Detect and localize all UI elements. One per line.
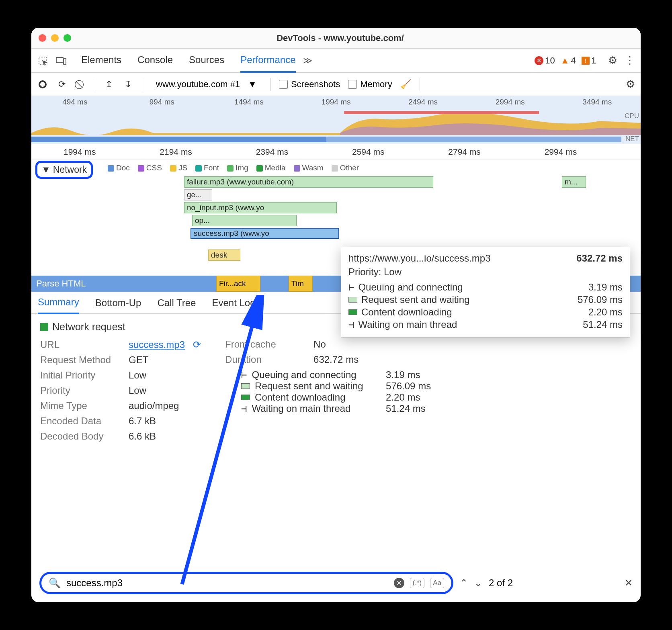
- enc-label: Encoded Data: [40, 415, 121, 427]
- summary-title: Network request: [40, 321, 201, 333]
- method-value: GET: [129, 354, 148, 366]
- memory-checkbox[interactable]: Memory: [348, 79, 392, 90]
- page-select[interactable]: www.youtube.com #1 ▼: [150, 78, 262, 91]
- zoom-icon[interactable]: [64, 34, 71, 42]
- mime-label: Mime Type: [40, 400, 121, 411]
- tooltip-url: https://www.you...io/success.mp3: [348, 253, 490, 264]
- flame-fir[interactable]: Fir...ack: [216, 276, 260, 292]
- error-icon: ✕: [535, 56, 543, 65]
- timeline-ruler[interactable]: 1994 ms2194 ms2394 ms2594 ms2794 ms2994 …: [31, 144, 641, 160]
- request-bar-ge[interactable]: ge...: [184, 189, 212, 200]
- cache-label: From cache: [225, 339, 305, 350]
- device-icon[interactable]: [55, 55, 67, 66]
- warning-icon: ▲: [561, 55, 570, 66]
- url-link[interactable]: success.mp3: [129, 339, 185, 350]
- net-label: NET: [625, 135, 639, 143]
- inspect-icon[interactable]: [37, 55, 48, 66]
- record-button[interactable]: [37, 79, 48, 90]
- init-prio-value: Low: [129, 370, 146, 381]
- tab-console[interactable]: Console: [137, 49, 173, 73]
- tab-summary[interactable]: Summary: [38, 292, 79, 314]
- minimize-icon[interactable]: [51, 34, 59, 42]
- close-search-icon[interactable]: ✕: [625, 577, 633, 589]
- duration-breakdown: ⊢Queuing and connecting3.19 ms Request s…: [241, 369, 431, 414]
- screenshots-checkbox[interactable]: Screenshots: [279, 79, 340, 90]
- dur-label: Duration: [225, 354, 305, 365]
- chevron-down-icon: ▼: [41, 164, 51, 175]
- kebab-icon[interactable]: ⋮: [625, 54, 635, 67]
- error-count[interactable]: ✕10: [535, 55, 555, 66]
- init-prio-label: Initial Priority: [40, 370, 121, 381]
- tab-call-tree[interactable]: Call Tree: [157, 292, 196, 313]
- issue-counts: ✕10 ▲4 !1: [535, 55, 596, 66]
- cpu-label: CPU: [625, 112, 639, 120]
- window-title: DevTools - www.youtube.com/: [71, 33, 633, 43]
- prio-value: Low: [129, 385, 146, 396]
- network-color-icon: [40, 323, 48, 331]
- cpu-chart: [31, 111, 641, 135]
- svg-rect-1: [56, 57, 63, 63]
- url-label: URL: [40, 339, 121, 350]
- search-bar: 🔍 ✕ (.*) Aa ⌃ ⌄ 2 of 2 ✕: [39, 572, 633, 594]
- tab-event-log[interactable]: Event Log: [212, 292, 255, 313]
- tab-performance[interactable]: Performance: [240, 49, 295, 73]
- search-input[interactable]: [66, 577, 388, 589]
- panel-tabs: Elements Console Sources Performance: [81, 49, 296, 73]
- enc-value: 6.7 kB: [129, 415, 156, 427]
- upload-icon[interactable]: ↥: [103, 79, 115, 90]
- clear-icon[interactable]: ✕: [394, 578, 404, 588]
- svg-rect-4: [344, 111, 539, 114]
- close-icon[interactable]: [39, 34, 46, 42]
- separator: [270, 78, 271, 91]
- perf-toolbar: ⟳ ⃠ ↥ ↧ www.youtube.com #1 ▼ Screenshots…: [31, 73, 641, 96]
- tab-bottom-up[interactable]: Bottom-Up: [95, 292, 141, 313]
- separator: [95, 78, 95, 91]
- gc-icon[interactable]: 🧹: [400, 79, 412, 90]
- request-bar-noinput[interactable]: no_input.mp3 (www.yo: [184, 202, 337, 213]
- request-bar-failure[interactable]: failure.mp3 (www.youtube.com): [184, 176, 433, 188]
- next-result-icon[interactable]: ⌄: [474, 577, 482, 589]
- request-bar-op[interactable]: op...: [192, 215, 297, 226]
- page-label: www.youtube.com #1: [156, 79, 240, 90]
- case-toggle[interactable]: Aa: [430, 578, 444, 588]
- network-legend: Doc CSS JS Font Img Media Wasm Other: [108, 164, 359, 172]
- overview-pane[interactable]: 494 ms994 ms1494 ms1994 ms2494 ms2994 ms…: [31, 96, 641, 144]
- tooltip-priority: Priority: Low: [348, 266, 623, 278]
- capture-settings-icon[interactable]: ⚙: [626, 78, 635, 90]
- cache-value: No: [313, 339, 326, 350]
- download-icon[interactable]: ↧: [123, 79, 134, 90]
- reload-button[interactable]: ⟳: [56, 79, 68, 90]
- tab-elements[interactable]: Elements: [81, 49, 121, 73]
- net-overview: [31, 137, 621, 142]
- search-icon: 🔍: [49, 577, 61, 589]
- mime-value: audio/mpeg: [129, 400, 179, 411]
- regex-toggle[interactable]: (.*): [410, 578, 425, 588]
- separator: [142, 78, 142, 91]
- issue-icon: !: [582, 57, 590, 65]
- separator: [420, 78, 420, 91]
- result-count: 2 of 2: [489, 577, 513, 589]
- request-bar-desk[interactable]: desk: [208, 250, 240, 261]
- tab-sources[interactable]: Sources: [189, 49, 224, 73]
- request-bar-success[interactable]: success.mp3 (www.yo: [191, 228, 339, 239]
- tooltip-total: 632.72 ms: [576, 253, 623, 264]
- prio-label: Priority: [40, 385, 121, 396]
- settings-icon[interactable]: ⚙: [608, 54, 617, 67]
- warning-count[interactable]: ▲4: [561, 55, 576, 66]
- dec-label: Decoded Body: [40, 431, 121, 442]
- reveal-icon[interactable]: ⟳: [193, 339, 201, 350]
- request-bar-m[interactable]: m...: [562, 176, 586, 188]
- prev-result-icon[interactable]: ⌃: [460, 577, 468, 589]
- dur-value: 632.72 ms: [313, 354, 359, 365]
- issue-count[interactable]: !1: [582, 55, 596, 66]
- network-track-label[interactable]: ▼Network: [35, 161, 93, 179]
- svg-rect-2: [64, 59, 66, 64]
- clear-button[interactable]: ⃠: [76, 79, 87, 90]
- method-label: Request Method: [40, 354, 121, 366]
- titlebar: DevTools - www.youtube.com/: [31, 28, 641, 49]
- devtools-window: DevTools - www.youtube.com/ Elements Con…: [31, 28, 641, 602]
- more-tabs-icon[interactable]: ≫: [303, 55, 312, 66]
- search-box[interactable]: 🔍 ✕ (.*) Aa: [39, 572, 453, 594]
- flame-tim[interactable]: Tim: [289, 276, 313, 292]
- dec-value: 6.6 kB: [129, 431, 156, 442]
